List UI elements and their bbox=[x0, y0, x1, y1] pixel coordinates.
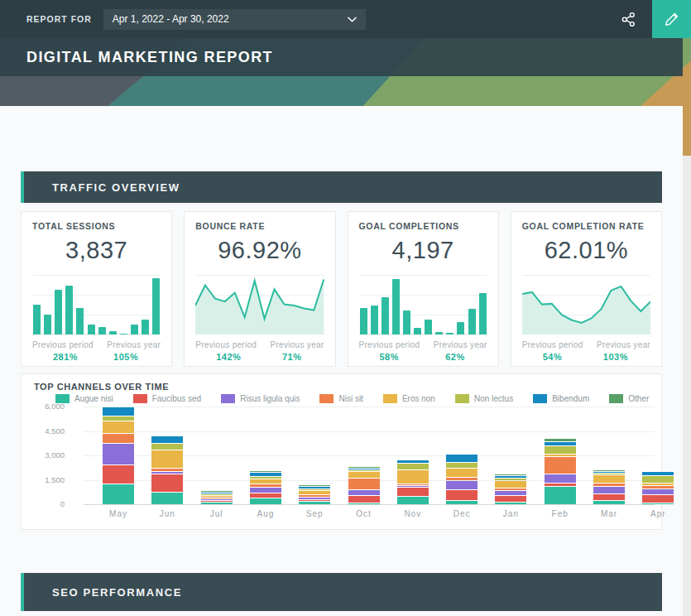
bar-segment-faucibus-sed bbox=[495, 496, 526, 502]
bar-segment-faucibus-sed bbox=[299, 500, 330, 501]
previous-year-label: Previous year bbox=[434, 340, 487, 349]
bar-segment-nisi-sit bbox=[103, 434, 134, 443]
bar-segment-risus-ligula-quis bbox=[151, 472, 183, 474]
bar-segment-risus-ligula-quis bbox=[348, 490, 380, 495]
bar-segment-bibendum bbox=[545, 442, 576, 445]
bar-segment-bibendum bbox=[495, 476, 526, 477]
kpi-value: 62.01% bbox=[522, 237, 650, 264]
sparkline-bar bbox=[403, 310, 410, 334]
legend-label: Faucibus sed bbox=[152, 394, 201, 403]
bar-segment-faucibus-sed bbox=[642, 495, 674, 503]
page-title: DIGITAL MARKETING REPORT bbox=[26, 49, 273, 66]
sparkline-bar bbox=[381, 297, 389, 334]
edit-button[interactable] bbox=[652, 0, 691, 38]
sparkline-bar bbox=[425, 320, 432, 334]
legend-item[interactable]: Risus ligula quis bbox=[221, 394, 300, 403]
legend-item[interactable]: Other bbox=[609, 394, 649, 403]
bar-segment-non-lectus bbox=[201, 494, 233, 495]
stacked-bar-jul bbox=[201, 491, 233, 504]
bar-segment-non-lectus bbox=[250, 477, 281, 479]
sparkline-bar bbox=[360, 308, 367, 334]
chevron-down-icon bbox=[348, 17, 357, 22]
legend-label: Bibendum bbox=[552, 394, 589, 403]
bar-segment-other bbox=[495, 474, 526, 475]
bar-segment-eros-non bbox=[446, 469, 477, 477]
share-button[interactable] bbox=[605, 0, 652, 38]
bar-segment-bibendum bbox=[299, 487, 330, 488]
y-axis-tick-label: 3,000 bbox=[26, 450, 65, 460]
date-range-dropdown[interactable]: Apr 1, 2022 - Apr 30, 2022 bbox=[103, 9, 366, 30]
legend-swatch bbox=[609, 394, 623, 403]
legend-item[interactable]: Bibendum bbox=[533, 394, 589, 403]
kpi-card-goal-completion-rate: GOAL COMPLETION RATE 62.01% Previous per… bbox=[511, 211, 662, 367]
legend-label: Non lectus bbox=[474, 394, 513, 403]
bar-segment-other bbox=[201, 491, 233, 492]
previous-period-label: Previous period bbox=[359, 340, 420, 349]
bar-segment-faucibus-sed bbox=[348, 496, 380, 503]
bar-segment-non-lectus bbox=[299, 489, 330, 490]
bar-segment-nisi-sit bbox=[446, 478, 477, 480]
x-axis-tick-label: Jul bbox=[192, 509, 242, 518]
report-for-label: REPORT FOR bbox=[26, 14, 92, 24]
stacked-bar-aug bbox=[250, 471, 281, 504]
bar-segment-non-lectus bbox=[151, 444, 183, 450]
stacked-bar-chart: MayJunJulAugSepOctNovDecJanFebMarApr bbox=[84, 407, 655, 504]
chart-gridline bbox=[84, 504, 655, 505]
previous-period-value: 54% bbox=[543, 352, 563, 362]
share-icon bbox=[621, 12, 636, 27]
bar-segment-nisi-sit bbox=[151, 469, 183, 470]
bar-segment-faucibus-sed bbox=[103, 465, 134, 484]
kpi-sparkline-bar-chart bbox=[32, 275, 161, 334]
bar-segment-nisi-sit bbox=[348, 479, 380, 489]
sparkline-bar bbox=[98, 327, 106, 334]
bar-segment-augue-nisi bbox=[151, 493, 183, 504]
bar-segment-non-lectus bbox=[397, 464, 429, 469]
legend-item[interactable]: Non lectus bbox=[455, 394, 513, 403]
bar-segment-non-lectus bbox=[495, 479, 526, 480]
sparkline-bar bbox=[435, 332, 443, 334]
legend-item[interactable]: Eros non bbox=[383, 394, 435, 403]
report-content: TRAFFIC OVERVIEW TOTAL SESSIONS 3,837 Pr… bbox=[0, 106, 683, 616]
bar-segment-augue-nisi bbox=[348, 503, 380, 504]
stacked-bar-apr bbox=[642, 472, 674, 504]
section-title: TRAFFIC OVERVIEW bbox=[52, 181, 180, 194]
kpi-sparkline-area-chart bbox=[195, 275, 324, 334]
legend-swatch bbox=[383, 394, 397, 403]
legend-label: Risus ligula quis bbox=[240, 394, 300, 403]
bar-segment-risus-ligula-quis bbox=[446, 481, 477, 488]
stacked-bar-jun bbox=[151, 436, 183, 504]
bar-segment-non-lectus bbox=[348, 470, 380, 472]
section-header-seo-performance: SEO PERFORMANCE bbox=[21, 573, 662, 611]
bar-segment-risus-ligula-quis bbox=[250, 488, 281, 493]
stacked-bar-sep bbox=[299, 485, 330, 504]
bar-segment-other bbox=[593, 470, 625, 471]
kpi-label: BOUNCE RATE bbox=[195, 221, 324, 231]
bar-segment-other bbox=[250, 471, 281, 472]
bar-segment-bibendum bbox=[593, 472, 625, 473]
legend-item[interactable]: Nisi sit bbox=[319, 394, 362, 403]
previous-year-value: 103% bbox=[603, 352, 628, 362]
kpi-label: TOTAL SESSIONS bbox=[32, 221, 161, 231]
sparkline-bar bbox=[371, 306, 378, 334]
bar-segment-non-lectus bbox=[103, 416, 134, 421]
bar-segment-risus-ligula-quis bbox=[495, 491, 526, 495]
bar-segment-non-lectus bbox=[446, 463, 477, 468]
previous-year-value: 71% bbox=[282, 352, 302, 362]
scrollbar-track[interactable] bbox=[683, 156, 691, 616]
bar-segment-augue-nisi bbox=[593, 501, 625, 504]
legend-item[interactable]: Faucibus sed bbox=[133, 394, 201, 403]
bar-segment-bibendum bbox=[151, 436, 183, 443]
bar-segment-faucibus-sed bbox=[545, 484, 576, 486]
kpi-value: 3,837 bbox=[32, 237, 161, 264]
y-axis-tick-label: 4,500 bbox=[26, 426, 65, 436]
section-header-traffic-overview: TRAFFIC OVERVIEW bbox=[21, 171, 662, 203]
bar-segment-risus-ligula-quis bbox=[299, 498, 330, 499]
sparkline-bar bbox=[152, 278, 160, 334]
bar-segment-bibendum bbox=[397, 460, 429, 463]
bar-segment-nisi-sit bbox=[545, 457, 576, 474]
bar-segment-augue-nisi bbox=[642, 503, 674, 504]
kpi-card-bounce-rate: BOUNCE RATE 96.92% Previous period Previ… bbox=[184, 211, 335, 367]
x-axis-tick-label: Jan bbox=[486, 509, 535, 518]
kpi-value: 4,197 bbox=[359, 237, 487, 264]
bar-segment-eros-non bbox=[201, 496, 233, 497]
